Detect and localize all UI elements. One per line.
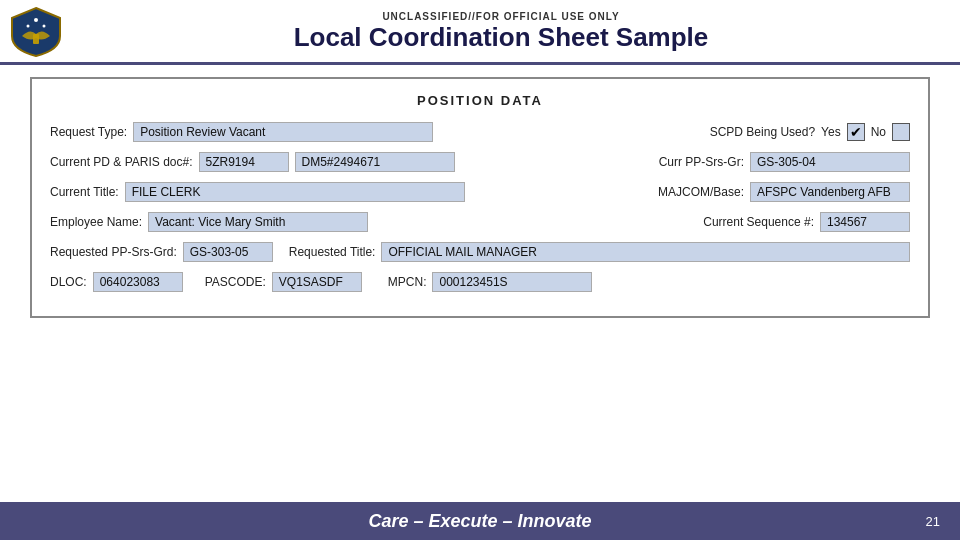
row-employee-name: Employee Name: Vacant: Vice Mary Smith C…: [50, 212, 910, 232]
svg-point-0: [34, 18, 38, 22]
row-dloc: DLOC: 064023083 PASCODE: VQ1SASDF MPCN: …: [50, 272, 910, 292]
footer-page-number: 21: [926, 514, 940, 529]
classification-label: UNCLASSIFIED//FOR OFFICIAL USE ONLY: [62, 11, 940, 22]
current-title-label: Current Title:: [50, 185, 119, 199]
requested-pp-label: Requested PP-Srs-Grd:: [50, 245, 177, 259]
current-seq-field[interactable]: 134567: [820, 212, 910, 232]
scpd-no-checkbox[interactable]: [892, 123, 910, 141]
pd-field-2[interactable]: DM5#2494671: [295, 152, 455, 172]
row-current-pd: Current PD & PARIS doc#: 5ZR9194 DM5#249…: [50, 152, 910, 172]
logo: [10, 6, 62, 58]
row-request-type: Request Type: Position Review Vacant SCP…: [50, 122, 910, 142]
requested-title-field[interactable]: OFFICIAL MAIL MANAGER: [381, 242, 910, 262]
dloc-label: DLOC:: [50, 275, 87, 289]
mpcn-field[interactable]: 000123451S: [432, 272, 592, 292]
employee-name-field[interactable]: Vacant: Vice Mary Smith: [148, 212, 368, 232]
page-title: Local Coordination Sheet Sample: [62, 22, 940, 53]
scpd-yes-checkbox[interactable]: ✔: [847, 123, 865, 141]
requested-pp-field[interactable]: GS-303-05: [183, 242, 273, 262]
scpd-no-label: No: [871, 125, 886, 139]
scpd-area: SCPD Being Used? Yes ✔ No: [710, 123, 910, 141]
current-pd-label: Current PD & PARIS doc#:: [50, 155, 193, 169]
majcom-field[interactable]: AFSPC Vandenberg AFB: [750, 182, 910, 202]
header-text-block: UNCLASSIFIED//FOR OFFICIAL USE ONLY Loca…: [62, 11, 940, 53]
scpd-yes-label: Yes: [821, 125, 841, 139]
mpcn-label: MPCN:: [388, 275, 427, 289]
curr-pp-field[interactable]: GS-305-04: [750, 152, 910, 172]
page-header: UNCLASSIFIED//FOR OFFICIAL USE ONLY Loca…: [0, 0, 960, 65]
row-current-title: Current Title: FILE CLERK MAJCOM/Base: A…: [50, 182, 910, 202]
current-title-field[interactable]: FILE CLERK: [125, 182, 465, 202]
current-seq-label: Current Sequence #:: [703, 215, 814, 229]
requested-title-label: Requested Title:: [289, 245, 376, 259]
pd-field-1[interactable]: 5ZR9194: [199, 152, 289, 172]
request-type-label: Request Type:: [50, 125, 127, 139]
majcom-label: MAJCOM/Base:: [658, 185, 744, 199]
pascode-field[interactable]: VQ1SASDF: [272, 272, 362, 292]
position-data-form: POSITION DATA Request Type: Position Rev…: [30, 77, 930, 318]
curr-pp-label: Curr PP-Srs-Gr:: [659, 155, 744, 169]
dloc-field[interactable]: 064023083: [93, 272, 183, 292]
pascode-label: PASCODE:: [205, 275, 266, 289]
employee-name-label: Employee Name:: [50, 215, 142, 229]
svg-point-1: [27, 25, 30, 28]
svg-point-2: [43, 25, 46, 28]
svg-rect-3: [33, 34, 39, 44]
request-type-field[interactable]: Position Review Vacant: [133, 122, 433, 142]
form-title: POSITION DATA: [50, 93, 910, 108]
row-requested-pp: Requested PP-Srs-Grd: GS-303-05 Requeste…: [50, 242, 910, 262]
main-content: POSITION DATA Request Type: Position Rev…: [0, 65, 960, 330]
page-footer: Care – Execute – Innovate 21: [0, 502, 960, 540]
scpd-label: SCPD Being Used?: [710, 125, 815, 139]
footer-text: Care – Execute – Innovate: [368, 511, 591, 532]
